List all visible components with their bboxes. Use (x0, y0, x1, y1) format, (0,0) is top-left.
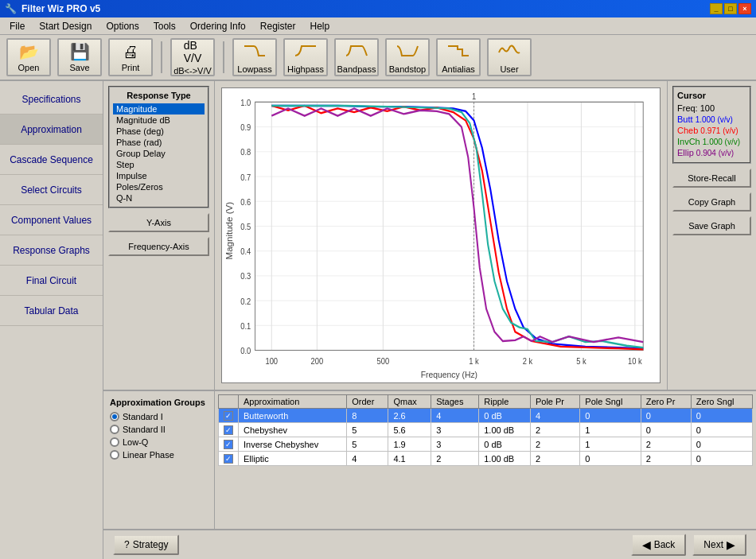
save-graph-button[interactable]: Save Graph (672, 216, 751, 235)
response-step[interactable]: Step (113, 159, 205, 170)
response-phase-rad[interactable]: Phase (rad) (113, 137, 205, 148)
menu-ordering-info[interactable]: Ordering Info (184, 19, 252, 33)
minimize-button[interactable]: _ (710, 3, 723, 14)
col-ripple: Ripple (479, 395, 531, 409)
response-type-panel: Response Type Magnitude Magnitude dB Pha… (108, 86, 209, 208)
user-button[interactable]: User (487, 38, 532, 76)
graph-container[interactable]: 0.0 0.1 0.2 0.3 0.4 0.5 0.6 0.7 0.8 0.9 … (221, 87, 661, 383)
menu-options[interactable]: Options (99, 19, 145, 33)
response-qn[interactable]: Q-N (113, 192, 205, 204)
name-chebyshev: Chebyshev (239, 423, 347, 437)
highpass-button[interactable]: Highpass (283, 38, 328, 76)
open-button[interactable]: 📂 Open (6, 38, 51, 76)
copy-graph-button[interactable]: Copy Graph (672, 192, 751, 212)
menu-help[interactable]: Help (303, 19, 336, 33)
sidebar-item-specifications[interactable]: Specifications (0, 84, 103, 115)
stages-elliptic: 2 (431, 452, 479, 466)
response-magnitude-db[interactable]: Magnitude dB (113, 115, 205, 126)
table-row-inverse-chebyshev[interactable]: Inverse Chebyshev 5 1.9 3 0 dB 2 1 2 0 (219, 437, 753, 452)
response-group-delay[interactable]: Group Delay (113, 148, 205, 159)
cursor-ellip-row: Ellip 0.904 (v/v) (677, 148, 746, 157)
svg-text:0.7: 0.7 (240, 173, 251, 182)
name-elliptic: Elliptic (239, 452, 347, 466)
save-icon: 💾 (70, 42, 90, 61)
check-butterworth[interactable] (219, 409, 239, 423)
next-button[interactable]: Next ▶ (692, 534, 746, 556)
check-butterworth-box[interactable] (224, 411, 233, 421)
graph-area: 0.0 0.1 0.2 0.3 0.4 0.5 0.6 0.7 0.8 0.9 … (215, 81, 667, 390)
y-axis-button[interactable]: Y-Axis (108, 213, 209, 232)
menu-start-design[interactable]: Start Design (33, 19, 98, 33)
close-button[interactable]: × (738, 3, 751, 14)
save-button[interactable]: 💾 Save (57, 38, 102, 76)
check-elliptic-box[interactable] (224, 454, 233, 464)
svg-text:1 k: 1 k (469, 356, 479, 366)
next-label: Next (703, 539, 723, 550)
antialias-button[interactable]: Antialias (436, 38, 481, 76)
response-impulse[interactable]: Impulse (113, 170, 205, 181)
maximize-button[interactable]: □ (724, 3, 737, 14)
response-phase-deg[interactable]: Phase (deg) (113, 126, 205, 137)
menu-tools[interactable]: Tools (147, 19, 182, 33)
content: Response Type Magnitude Magnitude dB Pha… (103, 81, 756, 559)
cursor-info: Cursor Freq: 100 Butt 1.000 (v/v) Cheb 0… (672, 86, 751, 164)
response-poles-zeros[interactable]: Poles/Zeros (113, 181, 205, 192)
lowpass-button[interactable]: Lowpass (232, 38, 277, 76)
store-recall-button[interactable]: Store-Recall (672, 169, 751, 188)
svg-text:500: 500 (377, 356, 390, 366)
print-label: Print (122, 63, 140, 72)
db-vv-button[interactable]: dBV/V dB<->V/V (170, 38, 215, 76)
cursor-butt-label: Butt (677, 115, 693, 124)
back-button[interactable]: ◀ Back (631, 534, 687, 556)
sidebar-item-cascade-sequence[interactable]: Cascade Sequence (0, 145, 103, 175)
frequency-axis-button[interactable]: Frequency-Axis (108, 237, 209, 256)
check-chebyshev[interactable] (219, 423, 239, 437)
sidebar-item-select-circuits[interactable]: Select Circuits (0, 175, 103, 205)
radio-linear-phase-label: Linear Phase (123, 450, 174, 460)
ripple-inv-cheby: 0 dB (479, 437, 531, 452)
polepr-butterworth: 4 (530, 409, 579, 423)
radio-standard-ii[interactable]: Standard II (110, 425, 208, 434)
print-button[interactable]: 🖨 Print (108, 38, 153, 76)
ripple-butterworth: 0 dB (479, 409, 531, 423)
stages-butterworth: 4 (431, 409, 479, 423)
radio-linear-phase[interactable]: Linear Phase (110, 450, 208, 460)
main-layout: Specifications Approximation Cascade Seq… (0, 81, 756, 559)
title-bar: 🔧 Filter Wiz PRO v5 _ □ × (0, 0, 756, 17)
strategy-button[interactable]: ? Strategy (113, 534, 179, 555)
polesngl-elliptic: 0 (580, 452, 641, 466)
table-row-chebyshev[interactable]: Chebyshev 5 5.6 3 1.00 dB 2 1 0 0 (219, 423, 753, 437)
sidebar-item-approximation[interactable]: Approximation (0, 115, 103, 145)
strategy-label: Strategy (133, 539, 169, 550)
svg-text:0.8: 0.8 (240, 148, 251, 157)
sidebar-item-final-circuit[interactable]: Final Circuit (0, 266, 103, 296)
radio-low-q[interactable]: Low-Q (110, 437, 208, 447)
table-row-elliptic[interactable]: Elliptic 4 4.1 2 1.00 dB 2 0 2 0 (219, 452, 753, 466)
zerosngl-chebyshev: 0 (691, 423, 752, 437)
radio-standard-i[interactable]: Standard I (110, 412, 208, 421)
col-qmax: Qmax (388, 395, 431, 409)
bandpass-button[interactable]: Bandpass (334, 38, 379, 76)
check-elliptic[interactable] (219, 452, 239, 466)
highpass-label: Highpass (287, 64, 324, 74)
radio-standard-i-circle (110, 412, 119, 421)
table-row-butterworth[interactable]: Butterworth 8 2.6 4 0 dB 4 0 0 0 (219, 409, 753, 423)
col-order: Order (347, 395, 388, 409)
check-inv-cheby-box[interactable] (224, 440, 233, 449)
cursor-butt-value: 1.000 (v/v) (696, 115, 733, 124)
svg-text:0.2: 0.2 (240, 297, 251, 306)
bandstop-button[interactable]: Bandstop (385, 38, 430, 76)
sidebar-item-response-graphs[interactable]: Response Graphs (0, 235, 103, 266)
svg-text:2 k: 2 k (523, 356, 533, 366)
menu-register[interactable]: Register (254, 19, 302, 33)
cursor-cheb-label: Cheb (677, 126, 698, 135)
menu-file[interactable]: File (3, 19, 31, 33)
response-magnitude[interactable]: Magnitude (113, 103, 205, 115)
sidebar-item-component-values[interactable]: Component Values (0, 205, 103, 235)
svg-text:0.1: 0.1 (240, 321, 251, 331)
check-chebyshev-box[interactable] (224, 425, 233, 435)
sidebar-item-tabular-data[interactable]: Tabular Data (0, 296, 103, 326)
left-panel: Response Type Magnitude Magnitude dB Pha… (103, 81, 215, 390)
bandpass-icon (345, 41, 368, 63)
check-inv-cheby[interactable] (219, 437, 239, 452)
